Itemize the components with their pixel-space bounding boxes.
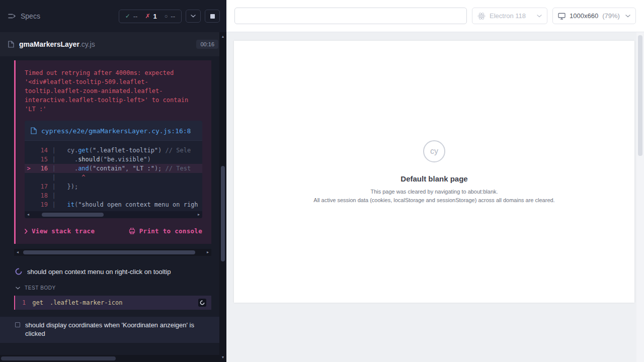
command-number: 1 [22, 299, 26, 306]
code-horizontal-scrollbar[interactable]: ◂ ▸ [25, 211, 202, 218]
spec-bar: gmaMarkersLayer.cy.js 00:16 [0, 32, 226, 56]
stat-passed: ✓ -- [125, 13, 138, 20]
aut-blank-page: cy Default blank page This page was clea… [234, 41, 634, 303]
pending-circle-icon: ○ [165, 13, 168, 19]
collapse-all-button[interactable] [186, 10, 201, 23]
viewport-scale: (79%) [602, 12, 620, 20]
command-name: get [32, 299, 43, 306]
aut-scrollbar-thumb[interactable] [638, 35, 642, 156]
reporter-horizontal-scrollbar[interactable]: ◂ ▸ [14, 249, 211, 256]
code-line: 15| .should("be.visible") [25, 155, 202, 164]
reporter-scroll-area[interactable]: Timed out retrying after 4000ms: expecte… [0, 56, 219, 355]
spec-timer: 00:16 [196, 40, 218, 49]
cypress-logo: cy [423, 140, 445, 162]
error-panel: Timed out retrying after 4000ms: expecte… [14, 60, 211, 244]
specs-menu-icon[interactable] [8, 13, 16, 19]
reporter-bottom-scrollbar[interactable] [0, 355, 219, 362]
aut-vertical-scrollbar[interactable] [636, 32, 644, 362]
code-frame-header: cypress/e2e/gmaMarkersLayer.cy.js:16:8 [25, 121, 202, 141]
test-body-toggle[interactable]: TEST BODY [0, 281, 219, 295]
cypress-logo-text: cy [430, 147, 438, 156]
stat-pending: ○ -- [165, 13, 175, 20]
code-snippet: 14| cy.get(".leaflet-tooltip") // Sele15… [25, 141, 202, 211]
chevron-down-icon [16, 287, 20, 290]
x-icon: ✗ [145, 13, 150, 20]
monitor-icon [558, 13, 566, 20]
aut-pane: Electron 118 1000x660 (79%) cy [226, 0, 644, 362]
reporter-scrollbar-track[interactable] [21, 249, 204, 256]
test-stats: ✓ -- ✗ 1 ○ -- [119, 10, 182, 23]
reporter-header: Specs ✓ -- ✗ 1 ○ -- [0, 0, 226, 32]
scroll-right-icon[interactable]: ▸ [204, 249, 211, 256]
view-stack-trace-link[interactable]: View stack trace [25, 227, 95, 235]
scroll-down-icon[interactable]: ▾ [219, 354, 226, 361]
stop-icon [210, 14, 215, 19]
code-line: >16| .and("contain", "LT :"); // Test [25, 164, 202, 173]
stat-failed: ✗ 1 [145, 13, 156, 20]
vertical-scrollbar-thumb[interactable] [221, 166, 225, 261]
test-title: should display coordinates when 'Koordin… [25, 321, 209, 338]
check-icon: ✓ [125, 13, 130, 20]
scroll-left-icon[interactable]: ◂ [25, 211, 32, 218]
print-icon [129, 228, 135, 234]
code-line: 18| [25, 191, 202, 200]
bottom-scrollbar-thumb[interactable] [1, 356, 116, 360]
code-frame-file-link[interactable]: cypress/e2e/gmaMarkersLayer.cy.js:16:8 [41, 126, 191, 136]
pending-count: -- [171, 13, 175, 20]
test-title: should open context menu on right-click … [27, 267, 171, 276]
specs-title: Specs [21, 12, 40, 20]
command-running-badge [198, 299, 206, 307]
reporter-vertical-scrollbar[interactable]: ▴ ▾ [219, 32, 226, 362]
spinner-icon [15, 268, 22, 277]
code-line: | ^ [25, 173, 202, 182]
failed-count: 1 [153, 13, 156, 20]
view-stack-trace-label: View stack trace [32, 227, 95, 235]
electron-icon [477, 12, 486, 20]
code-scrollbar-thumb[interactable] [42, 213, 104, 217]
scroll-right-icon[interactable]: ▸ [195, 211, 202, 218]
scroll-left-icon[interactable]: ◂ [14, 249, 21, 256]
code-scrollbar-track[interactable] [32, 211, 195, 218]
url-input[interactable] [234, 8, 467, 24]
chevron-right-icon [25, 229, 28, 234]
command-log-row[interactable]: 1 get .leaflet-marker-icon [14, 296, 211, 310]
test-list: should open context menu on right-click … [0, 264, 219, 343]
reporter-scrollbar-thumb[interactable] [23, 250, 195, 254]
reporter-pane: Specs ✓ -- ✗ 1 ○ -- [0, 0, 226, 362]
code-line: 14| cy.get(".leaflet-tooltip") // Sele [25, 146, 202, 155]
print-to-console-link[interactable]: Print to console [129, 227, 202, 235]
chevron-down-icon [537, 15, 542, 18]
code-file-icon [31, 127, 37, 134]
browser-select[interactable]: Electron 118 [472, 8, 547, 24]
aut-viewport-area: cy Default blank page This page was clea… [226, 32, 644, 311]
code-line: 17| }); [25, 182, 202, 191]
command-message: .leaflet-marker-icon [50, 299, 123, 306]
viewport-select[interactable]: 1000x660 (79%) [552, 8, 636, 24]
test-item-running[interactable]: should open context menu on right-click … [0, 264, 219, 281]
blank-page-line1: This page was cleared by navigating to a… [370, 189, 498, 195]
print-to-console-label: Print to console [139, 227, 202, 235]
test-item-queued[interactable]: should display coordinates when 'Koordin… [0, 317, 219, 343]
error-actions: View stack trace Print to console [25, 227, 202, 235]
spec-name-ext: .cy.js [79, 40, 95, 48]
error-message: Timed out retrying after 4000ms: expecte… [25, 68, 202, 114]
chevron-down-icon [191, 15, 196, 18]
test-body-label: TEST BODY [25, 285, 56, 291]
code-line: 19| it("should open context menu on righ [25, 200, 202, 209]
spec-name-base: gmaMarkersLayer [19, 40, 79, 48]
chevron-down-icon [625, 15, 630, 18]
spec-file-icon [8, 41, 14, 48]
code-frame: cypress/e2e/gmaMarkersLayer.cy.js:16:8 1… [25, 121, 202, 218]
passed-count: -- [133, 13, 138, 20]
viewport-size: 1000x660 [570, 12, 598, 20]
stop-run-button[interactable] [205, 10, 220, 23]
blank-page-line2: All active session data (cookies, localS… [313, 197, 554, 203]
aut-toolbar: Electron 118 1000x660 (79%) [226, 0, 644, 32]
queued-square-icon [15, 322, 20, 327]
blank-page-title: Default blank page [400, 174, 467, 183]
cypress-runner: Specs ✓ -- ✗ 1 ○ -- [0, 0, 644, 362]
browser-select-label: Electron 118 [490, 12, 526, 20]
spec-name[interactable]: gmaMarkersLayer.cy.js [19, 40, 95, 48]
scroll-up-icon[interactable]: ▴ [219, 33, 226, 40]
